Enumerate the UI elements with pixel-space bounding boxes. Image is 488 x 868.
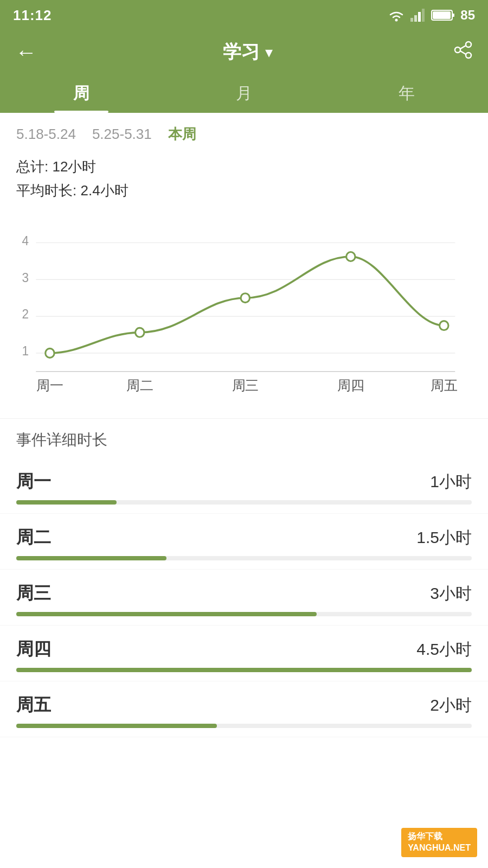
svg-point-23 bbox=[136, 328, 144, 337]
status-bar: 11:12 85 bbox=[0, 0, 488, 30]
day-bar-wed bbox=[16, 612, 317, 616]
svg-text:1: 1 bbox=[22, 344, 29, 358]
tab-week[interactable]: 周 bbox=[0, 74, 163, 113]
day-item-tue: 周二 1.5小时 bbox=[0, 514, 488, 570]
day-bar-bg-tue bbox=[16, 556, 472, 560]
week-nav: 5.18-5.24 5.25-5.31 本周 bbox=[0, 113, 488, 151]
day-header-fri: 周五 2小时 bbox=[16, 693, 472, 717]
tabs: 周 月 年 bbox=[0, 74, 488, 113]
day-hours-tue: 1.5小时 bbox=[416, 527, 472, 549]
day-header-mon: 周一 1小时 bbox=[16, 470, 472, 494]
back-arrow-icon: ← bbox=[15, 40, 37, 65]
share-button[interactable] bbox=[453, 40, 473, 64]
day-label-thu: 周四 bbox=[16, 637, 51, 661]
day-item-thu: 周四 4.5小时 bbox=[0, 626, 488, 681]
svg-point-22 bbox=[46, 349, 54, 358]
main-content: 5.18-5.24 5.25-5.31 本周 总计: 12小时 平均时长: 2.… bbox=[0, 113, 488, 737]
svg-point-9 bbox=[455, 47, 460, 53]
svg-text:3: 3 bbox=[22, 271, 29, 285]
day-item-mon: 周一 1小时 bbox=[0, 458, 488, 514]
svg-rect-6 bbox=[452, 14, 454, 17]
svg-point-10 bbox=[466, 53, 471, 58]
page-title: 学习 bbox=[223, 40, 260, 65]
share-icon bbox=[453, 40, 473, 60]
week-item-1[interactable]: 5.18-5.24 bbox=[16, 126, 76, 143]
watermark: 扬华下载 YANGHUA.NET bbox=[401, 828, 477, 857]
day-label-tue: 周二 bbox=[16, 526, 51, 550]
svg-point-0 bbox=[395, 19, 398, 22]
svg-text:周四: 周四 bbox=[337, 378, 364, 393]
section-title: 事件详细时长 bbox=[0, 418, 488, 458]
day-bar-thu bbox=[16, 668, 472, 672]
wifi-icon bbox=[388, 8, 405, 22]
title-area[interactable]: 学习 ▾ bbox=[223, 40, 273, 65]
day-hours-thu: 4.5小时 bbox=[416, 639, 472, 661]
svg-point-8 bbox=[466, 42, 471, 47]
svg-text:周一: 周一 bbox=[36, 378, 63, 393]
dropdown-icon: ▾ bbox=[265, 43, 273, 61]
day-hours-fri: 2小时 bbox=[430, 694, 472, 717]
battery-icon bbox=[431, 9, 455, 22]
day-bar-bg-fri bbox=[16, 724, 472, 728]
day-label-wed: 周三 bbox=[16, 582, 51, 605]
week-item-2[interactable]: 5.25-5.31 bbox=[92, 126, 152, 143]
status-icons: 85 bbox=[388, 8, 475, 23]
svg-rect-1 bbox=[410, 18, 413, 22]
day-item-fri: 周五 2小时 bbox=[0, 681, 488, 737]
svg-text:周五: 周五 bbox=[431, 378, 457, 393]
svg-line-12 bbox=[460, 51, 466, 54]
battery-level: 85 bbox=[460, 8, 475, 23]
svg-line-11 bbox=[460, 46, 466, 49]
line-chart: 4 3 2 1 周一 周二 周三 周四 周 bbox=[0, 212, 488, 418]
total-hours: 总计: 12小时 bbox=[16, 155, 472, 178]
tab-month[interactable]: 月 bbox=[163, 74, 325, 113]
day-hours-mon: 1小时 bbox=[430, 471, 472, 493]
day-bar-bg-thu bbox=[16, 668, 472, 672]
day-header-tue: 周二 1.5小时 bbox=[16, 526, 472, 550]
svg-text:周二: 周二 bbox=[126, 378, 153, 393]
day-bar-tue bbox=[16, 556, 166, 560]
day-label-mon: 周一 bbox=[16, 470, 51, 494]
svg-rect-3 bbox=[418, 12, 421, 22]
svg-text:周三: 周三 bbox=[232, 378, 259, 393]
svg-text:4: 4 bbox=[22, 234, 29, 248]
status-time: 11:12 bbox=[13, 7, 52, 24]
svg-rect-2 bbox=[414, 15, 417, 22]
average-hours: 平均时长: 2.4小时 bbox=[16, 178, 472, 202]
day-item-wed: 周三 3小时 bbox=[0, 570, 488, 626]
day-header-wed: 周三 3小时 bbox=[16, 582, 472, 605]
svg-rect-4 bbox=[422, 9, 425, 22]
top-nav: ← 学习 ▾ bbox=[0, 30, 488, 74]
signal-icon bbox=[410, 8, 426, 22]
svg-rect-7 bbox=[433, 11, 451, 19]
svg-text:2: 2 bbox=[22, 307, 29, 321]
day-bar-bg-wed bbox=[16, 612, 472, 616]
back-button[interactable]: ← bbox=[15, 40, 42, 65]
week-item-current[interactable]: 本周 bbox=[168, 125, 196, 144]
svg-point-24 bbox=[241, 293, 249, 303]
svg-point-26 bbox=[440, 321, 448, 330]
chart-svg: 4 3 2 1 周一 周二 周三 周四 周 bbox=[5, 218, 472, 413]
tab-year[interactable]: 年 bbox=[325, 74, 488, 113]
day-bar-mon bbox=[16, 500, 117, 505]
day-bar-bg-mon bbox=[16, 500, 472, 505]
stats-section: 总计: 12小时 平均时长: 2.4小时 bbox=[0, 151, 488, 212]
day-bar-fri bbox=[16, 724, 217, 728]
day-header-thu: 周四 4.5小时 bbox=[16, 637, 472, 661]
svg-point-25 bbox=[346, 252, 355, 261]
day-hours-wed: 3小时 bbox=[430, 583, 472, 605]
day-label-fri: 周五 bbox=[16, 693, 51, 717]
